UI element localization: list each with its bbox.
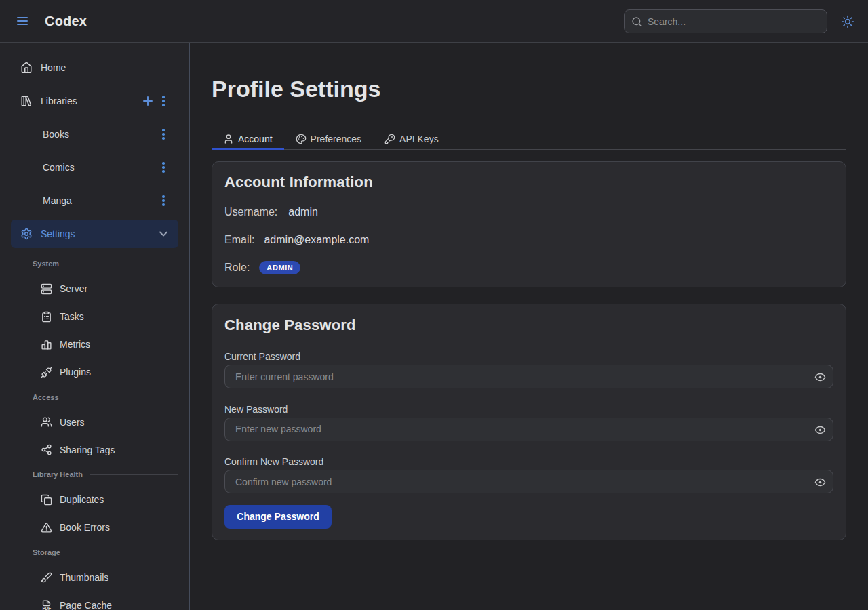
svg-text:PDF: PDF [42, 606, 50, 610]
